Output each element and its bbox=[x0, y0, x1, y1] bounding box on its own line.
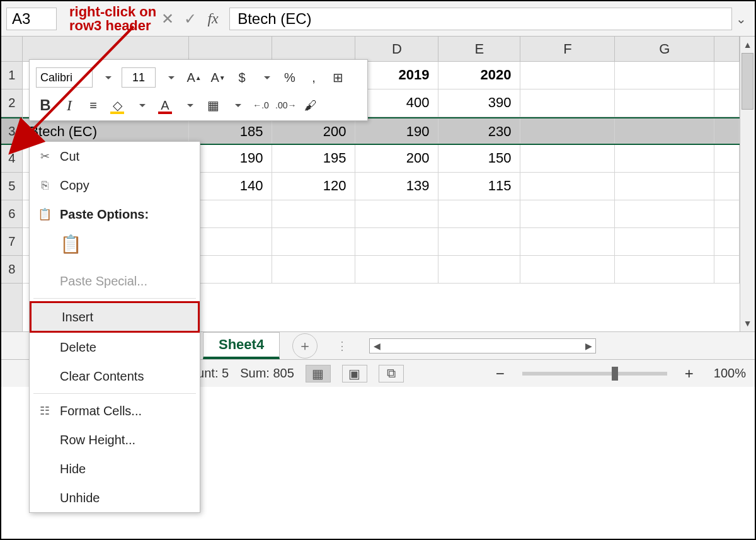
bold-button[interactable]: B bbox=[36, 95, 55, 115]
fx-icon[interactable]: fx bbox=[202, 8, 224, 30]
add-sheet-button[interactable]: ＋ bbox=[292, 333, 318, 359]
col-header-A-hidden[interactable] bbox=[23, 37, 189, 62]
cell[interactable] bbox=[189, 200, 272, 228]
row-header-5[interactable]: 5 bbox=[1, 173, 22, 200]
cell[interactable] bbox=[520, 256, 615, 284]
cell[interactable] bbox=[615, 200, 714, 228]
cell[interactable] bbox=[272, 200, 355, 228]
unhide-menuitem[interactable]: Unhide bbox=[30, 483, 200, 512]
cell[interactable]: 190 bbox=[189, 145, 272, 173]
row-header-2[interactable]: 2 bbox=[1, 89, 22, 117]
cell[interactable] bbox=[714, 62, 740, 89]
col-header-G[interactable]: G bbox=[615, 37, 714, 62]
formula-input[interactable]: Btech (EC) bbox=[229, 8, 732, 30]
italic-button[interactable]: I bbox=[60, 95, 79, 115]
cell[interactable]: Btech (EC) bbox=[23, 118, 189, 144]
merge-icon[interactable]: ⊞ bbox=[328, 67, 347, 88]
font-name-dropdown[interactable]: Calibri bbox=[36, 67, 93, 88]
cell[interactable]: 2019 bbox=[355, 62, 438, 89]
cell[interactable] bbox=[615, 145, 714, 173]
border-icon[interactable]: ▦ bbox=[203, 95, 222, 115]
col-header-E[interactable]: E bbox=[438, 37, 520, 62]
chevron-down-icon[interactable] bbox=[98, 67, 117, 88]
cell[interactable]: 400 bbox=[355, 89, 438, 117]
cell[interactable]: 390 bbox=[438, 89, 520, 117]
normal-view-icon[interactable]: ▦ bbox=[306, 365, 331, 382]
cell[interactable] bbox=[520, 173, 615, 200]
cell[interactable] bbox=[438, 200, 520, 228]
chevron-down-icon[interactable] bbox=[161, 67, 180, 88]
comma-icon[interactable]: , bbox=[304, 67, 323, 88]
cell[interactable]: 200 bbox=[272, 118, 355, 144]
scroll-thumb[interactable] bbox=[742, 53, 753, 110]
sheet-tab-active[interactable]: Sheet4 bbox=[203, 332, 280, 359]
shrink-font-icon[interactable]: A▼ bbox=[209, 67, 227, 88]
zoom-in-icon[interactable]: + bbox=[685, 365, 694, 382]
fill-color-icon[interactable]: ◇ bbox=[108, 95, 127, 115]
row-height-menuitem[interactable]: Row Height... bbox=[30, 425, 200, 454]
scroll-left-icon[interactable]: ◀ bbox=[370, 341, 384, 351]
copy-menuitem[interactable]: ⎘ Copy bbox=[30, 171, 200, 200]
cell[interactable] bbox=[615, 62, 714, 89]
break-view-icon[interactable]: ⧉ bbox=[379, 365, 404, 382]
chevron-down-icon[interactable] bbox=[227, 95, 246, 115]
row-header-7[interactable]: 7 bbox=[1, 228, 22, 256]
cell[interactable] bbox=[520, 62, 615, 89]
chevron-down-icon[interactable] bbox=[132, 95, 151, 115]
cell[interactable] bbox=[615, 173, 714, 200]
chevron-down-icon[interactable] bbox=[256, 67, 275, 88]
cell[interactable]: 200 bbox=[355, 145, 438, 173]
select-all-triangle[interactable] bbox=[1, 37, 22, 62]
cell[interactable] bbox=[714, 89, 740, 117]
cell[interactable] bbox=[714, 173, 740, 200]
cell[interactable]: 2020 bbox=[438, 62, 520, 89]
zoom-out-icon[interactable]: − bbox=[496, 365, 505, 382]
scroll-up-icon[interactable]: ▲ bbox=[740, 37, 755, 53]
cell[interactable] bbox=[714, 256, 740, 284]
cell[interactable]: 115 bbox=[438, 173, 520, 200]
cell[interactable]: 140 bbox=[189, 173, 272, 200]
expand-formula-bar-icon[interactable]: ⌄ bbox=[732, 11, 750, 26]
col-header-rest[interactable] bbox=[714, 37, 740, 62]
hide-menuitem[interactable]: Hide bbox=[30, 454, 200, 483]
delete-menuitem[interactable]: Delete bbox=[30, 333, 200, 362]
row-header-3[interactable]: 3 bbox=[1, 117, 22, 145]
cell[interactable] bbox=[189, 256, 272, 284]
cell[interactable] bbox=[355, 256, 438, 284]
scroll-down-icon[interactable]: ▼ bbox=[740, 315, 755, 331]
horizontal-scrollbar[interactable]: ◀ ▶ bbox=[369, 338, 596, 353]
col-header-D[interactable]: D bbox=[355, 37, 438, 62]
cell[interactable] bbox=[438, 228, 520, 256]
cell[interactable] bbox=[520, 118, 615, 144]
font-size-dropdown[interactable]: 11 bbox=[122, 67, 156, 88]
cell[interactable] bbox=[272, 228, 355, 256]
cell[interactable] bbox=[714, 228, 740, 256]
decrease-decimal-icon[interactable]: .00→ bbox=[275, 95, 296, 115]
align-icon[interactable]: ≡ bbox=[84, 95, 103, 115]
increase-decimal-icon[interactable]: ←.0 bbox=[251, 95, 270, 115]
col-header-F[interactable]: F bbox=[520, 37, 615, 62]
cell[interactable]: 195 bbox=[272, 145, 355, 173]
insert-menuitem[interactable]: Insert bbox=[30, 301, 200, 333]
cut-menuitem[interactable]: ✂ Cut bbox=[30, 142, 200, 171]
cell[interactable] bbox=[615, 89, 714, 117]
row-header-8[interactable]: 8 bbox=[1, 256, 22, 284]
cell[interactable] bbox=[189, 228, 272, 256]
zoom-slider[interactable] bbox=[522, 372, 667, 376]
name-box[interactable]: A3 bbox=[6, 8, 57, 30]
enter-formula-icon[interactable]: ✓ bbox=[179, 8, 202, 30]
cell[interactable]: 139 bbox=[355, 173, 438, 200]
cell[interactable] bbox=[714, 200, 740, 228]
row-header-6[interactable]: 6 bbox=[1, 200, 22, 228]
cell[interactable] bbox=[520, 200, 615, 228]
row-header-4[interactable]: 4 bbox=[1, 145, 22, 173]
cell[interactable] bbox=[355, 200, 438, 228]
col-header-B-hidden[interactable] bbox=[189, 37, 272, 62]
cell[interactable] bbox=[520, 89, 615, 117]
cancel-formula-icon[interactable]: ✕ bbox=[156, 8, 179, 30]
cell[interactable]: 190 bbox=[355, 118, 438, 144]
cell[interactable]: 150 bbox=[438, 145, 520, 173]
cell[interactable] bbox=[355, 228, 438, 256]
tab-scroll-grip[interactable]: ⋮ bbox=[336, 339, 350, 353]
chevron-down-icon[interactable] bbox=[180, 95, 198, 115]
